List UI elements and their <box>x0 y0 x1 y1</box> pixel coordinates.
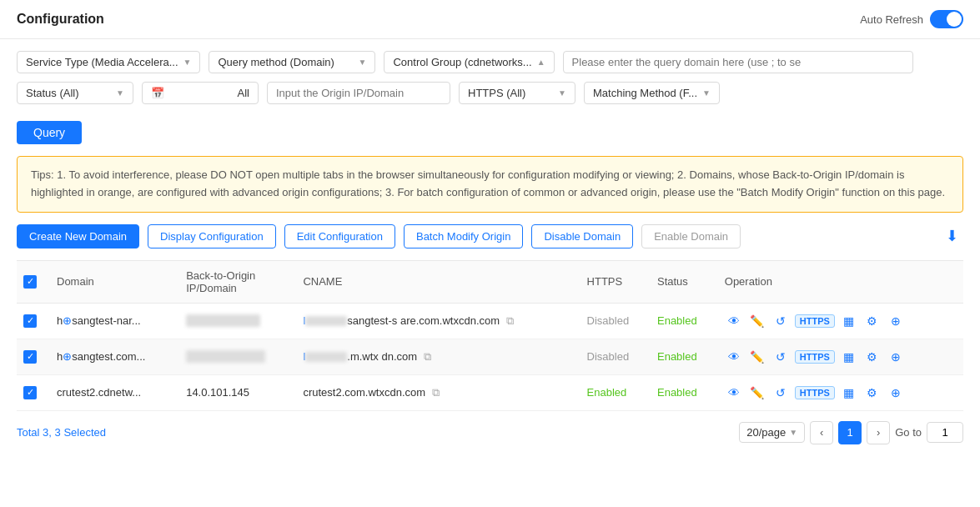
action-bar: Create New Domain Display Configuration … <box>0 224 980 260</box>
group-icon[interactable]: ⚙ <box>863 384 882 402</box>
prev-page-button[interactable]: ‹ <box>810 421 833 444</box>
footer-info: Total 3, 3 Selected <box>17 426 106 439</box>
auto-refresh-label: Auto Refresh <box>860 13 923 26</box>
auto-refresh-control: Auto Refresh <box>860 10 963 28</box>
status-column-header: Status <box>651 260 718 303</box>
table-row: ✓ crutest2.cdnetw... 14.0.101.145 crutes… <box>17 374 963 410</box>
chevron-down-icon: ▼ <box>789 428 797 437</box>
query-method-select[interactable]: Query method (Domain) ▼ <box>209 51 375 73</box>
create-new-domain-button[interactable]: Create New Domain <box>17 224 139 248</box>
copy-icon[interactable]: ⧉ <box>424 350 431 363</box>
edit-icon[interactable]: ✏️ <box>748 348 766 366</box>
cname-column-header: CNAME <box>296 260 580 303</box>
more-icon[interactable]: ⊕ <box>887 348 905 366</box>
status-select[interactable]: Status (All) ▼ <box>17 82 133 104</box>
status-cell: Enabled <box>651 339 718 374</box>
operation-column-header: Operation <box>718 260 963 303</box>
chevron-down-icon: ▼ <box>359 58 367 67</box>
domain-search-input[interactable] <box>563 51 913 73</box>
https-badge[interactable]: HTTPS <box>795 314 835 328</box>
copy-icon[interactable]: ⧉ <box>506 314 514 327</box>
footer: Total 3, 3 Selected 20/page ▼ ‹ 1 › Go t… <box>0 411 980 454</box>
row-checkbox[interactable]: ✓ <box>23 386 37 399</box>
table-icon[interactable]: ▦ <box>840 348 858 366</box>
origin-ip-input[interactable] <box>267 82 450 104</box>
goto-label: Go to <box>895 426 922 439</box>
select-all-checkbox[interactable]: ✓ <box>23 275 37 289</box>
origin-column-header: Back-to-OriginIP/Domain <box>179 260 296 303</box>
control-group-select[interactable]: Control Group (cdnetworks... ▲ <box>384 51 554 73</box>
data-table: ✓ Domain Back-to-OriginIP/Domain CNAME H… <box>0 260 980 411</box>
status-cell: Enabled <box>651 303 718 339</box>
refresh-icon[interactable]: ↺ <box>771 348 790 366</box>
chevron-down-icon: ▼ <box>116 88 124 98</box>
query-button[interactable]: Query <box>17 121 82 144</box>
origin-cell: 14.0.101.145 <box>179 374 296 410</box>
view-icon[interactable]: 👁 <box>725 348 743 366</box>
edit-icon[interactable]: ✏️ <box>748 384 766 402</box>
enable-domain-button[interactable]: Enable Domain <box>641 224 741 248</box>
view-icon[interactable]: 👁 <box>725 384 743 402</box>
table-row: ✓ h⊕sangtest.com... resiz .eqlstor c... … <box>17 339 963 374</box>
chevron-down-icon: ▼ <box>558 88 566 98</box>
domain-cell: h⊕sangtest.com... <box>50 339 179 374</box>
auto-refresh-toggle[interactable] <box>930 10 963 28</box>
https-select[interactable]: HTTPS (All) ▼ <box>459 82 575 104</box>
table-icon[interactable]: ▦ <box>840 384 858 402</box>
edit-configuration-button[interactable]: Edit Configuration <box>284 224 395 248</box>
domain-cell: h⊕sangtest-nar... <box>50 303 179 339</box>
more-icon[interactable]: ⊕ <box>887 312 905 330</box>
origin-cell: resiz ......... m... <box>179 303 296 339</box>
matching-method-select[interactable]: Matching Method (F... ▼ <box>584 82 720 104</box>
view-icon[interactable]: 👁 <box>725 312 743 330</box>
service-type-select[interactable]: Service Type (Media Accelera... ▼ <box>17 51 200 73</box>
operation-cell: 👁 ✏️ ↺ HTTPS ▦ ⚙ ⊕ <box>725 312 957 330</box>
group-icon[interactable]: ⚙ <box>863 312 882 330</box>
operation-cell: 👁 ✏️ ↺ HTTPS ▦ ⚙ ⊕ <box>725 384 957 402</box>
status-cell: Enabled <box>651 374 718 410</box>
page-1-button[interactable]: 1 <box>838 421 862 444</box>
https-badge[interactable]: HTTPS <box>795 386 835 399</box>
page-title: Configuration <box>17 12 104 27</box>
disable-domain-button[interactable]: Disable Domain <box>531 224 633 248</box>
table-row: ✓ h⊕sangtest-nar... resiz ......... m...… <box>17 303 963 339</box>
more-icon[interactable]: ⊕ <box>887 384 905 402</box>
row-checkbox[interactable]: ✓ <box>23 350 37 364</box>
goto-page-input[interactable] <box>927 422 963 443</box>
cname-cell: crutest2.com.wtxcdn.com ⧉ <box>296 374 580 410</box>
per-page-select[interactable]: 20/page ▼ <box>739 422 805 443</box>
date-select[interactable]: 📅 All <box>142 82 259 104</box>
pagination: 20/page ▼ ‹ 1 › Go to <box>739 421 963 444</box>
cname-cell: l.m.wtx dn.com ⧉ <box>296 339 580 374</box>
refresh-icon[interactable]: ↺ <box>771 384 790 402</box>
copy-icon[interactable]: ⧉ <box>432 386 440 399</box>
https-status-cell: Enabled <box>580 374 651 410</box>
cname-cell: lsangtest-s are.com.wtxcdn.com ⧉ <box>296 303 580 339</box>
https-status-cell: Disabled <box>580 303 651 339</box>
origin-cell: resiz .eqlstor c... <box>179 339 296 374</box>
chevron-down-icon: ▼ <box>183 58 192 67</box>
domain-cell: crutest2.cdnetw... <box>50 374 179 410</box>
https-status-cell: Disabled <box>580 339 651 374</box>
calendar-icon: 📅 <box>151 87 164 99</box>
https-badge[interactable]: HTTPS <box>795 350 835 364</box>
chevron-down-icon: ▼ <box>702 88 711 98</box>
next-page-button[interactable]: › <box>867 421 890 444</box>
chevron-up-icon: ▲ <box>537 58 545 67</box>
group-icon[interactable]: ⚙ <box>863 348 882 366</box>
operation-cell: 👁 ✏️ ↺ HTTPS ▦ ⚙ ⊕ <box>725 348 957 366</box>
table-icon[interactable]: ▦ <box>840 312 858 330</box>
domain-column-header: Domain <box>50 260 179 303</box>
batch-modify-origin-button[interactable]: Batch Modify Origin <box>404 224 523 248</box>
select-all-column: ✓ <box>17 260 50 303</box>
row-checkbox[interactable]: ✓ <box>23 314 37 328</box>
download-icon[interactable]: ⬇ <box>941 225 963 247</box>
refresh-icon[interactable]: ↺ <box>771 312 790 330</box>
edit-icon[interactable]: ✏️ <box>748 312 766 330</box>
https-column-header: HTTPS <box>580 260 651 303</box>
tips-box: Tips: 1. To avoid interference, please D… <box>17 156 963 213</box>
display-configuration-button[interactable]: Display Configuration <box>148 224 276 248</box>
